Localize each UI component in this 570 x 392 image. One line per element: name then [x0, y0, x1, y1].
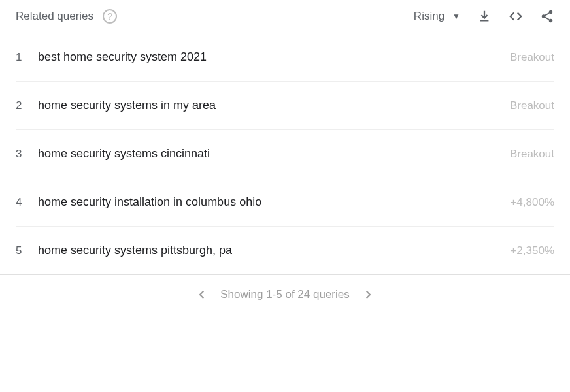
row-rank: 4 [16, 196, 38, 209]
chevron-left-icon[interactable] [195, 288, 209, 301]
svg-point-1 [542, 14, 546, 18]
list-item[interactable]: 5 home security systems pittsburgh, pa +… [16, 227, 554, 275]
chevron-right-icon[interactable] [361, 288, 375, 301]
chevron-down-icon: ▼ [452, 12, 460, 21]
row-query: home security systems in my area [38, 99, 510, 112]
row-value: Breakout [510, 51, 554, 64]
share-icon[interactable] [540, 9, 554, 24]
row-value: +2,350% [510, 244, 554, 257]
list-item[interactable]: 2 home security systems in my area Break… [16, 82, 554, 130]
header-actions [477, 9, 554, 24]
row-rank: 5 [16, 244, 38, 257]
list-item[interactable]: 4 home security installation in columbus… [16, 178, 554, 227]
sort-dropdown[interactable]: Rising ▼ [414, 10, 460, 23]
row-query: home security installation in columbus o… [38, 195, 510, 209]
list-item[interactable]: 3 home security systems cincinnati Break… [16, 130, 554, 178]
row-rank: 2 [16, 99, 38, 112]
header-title: Related queries [16, 10, 93, 23]
query-list: 1 best home security system 2021 Breakou… [0, 33, 570, 275]
header: Related queries ? Rising ▼ [0, 0, 570, 33]
pagination-text: Showing 1-5 of 24 queries [220, 288, 350, 301]
dropdown-label: Rising [414, 10, 444, 23]
row-query: home security systems pittsburgh, pa [38, 244, 510, 257]
download-icon[interactable] [477, 9, 492, 24]
svg-point-0 [549, 10, 553, 14]
list-item[interactable]: 1 best home security system 2021 Breakou… [16, 33, 554, 82]
row-value: Breakout [510, 99, 554, 112]
svg-point-2 [549, 19, 553, 22]
row-rank: 3 [16, 148, 38, 161]
help-icon[interactable]: ? [103, 9, 117, 24]
row-value: +4,800% [510, 196, 554, 209]
pagination: Showing 1-5 of 24 queries [0, 274, 570, 314]
row-rank: 1 [16, 51, 38, 64]
row-query: best home security system 2021 [38, 50, 510, 64]
row-query: home security systems cincinnati [38, 147, 510, 161]
embed-icon[interactable] [509, 9, 523, 24]
row-value: Breakout [510, 148, 554, 161]
